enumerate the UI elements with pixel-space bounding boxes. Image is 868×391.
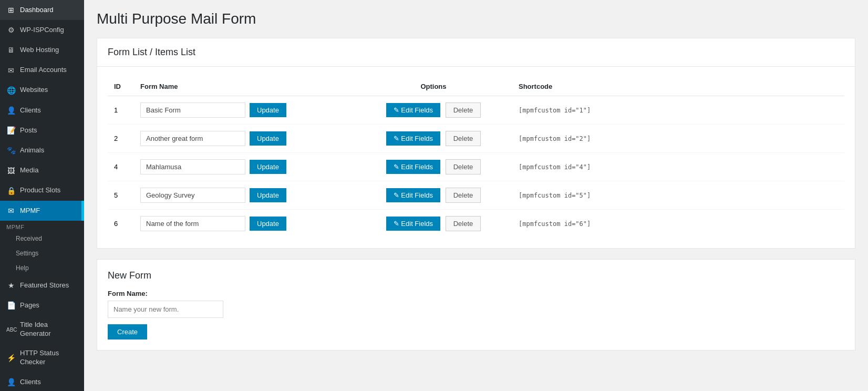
col-header-options: Options xyxy=(355,77,512,96)
cell-options-4: ✎ Edit Fields Delete xyxy=(355,153,512,181)
cell-id-2: 2 xyxy=(108,125,134,153)
update-button-4[interactable]: Update xyxy=(250,160,286,174)
sidebar-item-wp-ispconfig[interactable]: ⚙ WP-ISPConfig xyxy=(0,20,84,40)
cell-id-6: 6 xyxy=(108,210,134,238)
sidebar-item-mpmf[interactable]: ✉ MPMF xyxy=(0,201,84,221)
table-row: 4 Update ✎ Edit Fields Delete [mpmfcusto… xyxy=(108,153,844,181)
websites-icon: 🌐 xyxy=(6,86,16,95)
media-icon: 🖼 xyxy=(6,166,16,176)
pages-icon: 📄 xyxy=(6,301,16,310)
wpispconfig-icon: ⚙ xyxy=(6,25,16,35)
form-name-input-6[interactable] xyxy=(140,216,245,231)
form-list-title: Form List / Items List xyxy=(97,38,855,67)
sidebar-item-title-idea-generator[interactable]: ABC Title Idea Generator xyxy=(0,315,84,344)
update-button-1[interactable]: Update xyxy=(250,103,286,117)
edit-fields-button-5[interactable]: ✎ Edit Fields xyxy=(386,188,440,202)
new-form-name-input[interactable] xyxy=(108,301,223,318)
shortcode-text-1: [mpmfcustom id="1"] xyxy=(519,107,591,114)
sidebar-item-email-accounts[interactable]: ✉ Email Accounts xyxy=(0,60,84,80)
form-name-input-4[interactable] xyxy=(140,159,245,174)
edit-fields-button-2[interactable]: ✎ Edit Fields xyxy=(386,131,440,146)
cell-id-5: 5 xyxy=(108,181,134,210)
cell-id-1: 1 xyxy=(108,96,134,125)
sidebar-item-featured-stores[interactable]: ★ Featured Stores xyxy=(0,275,84,295)
shortcode-text-2: [mpmfcustom id="2"] xyxy=(519,135,591,142)
table-row: 6 Update ✎ Edit Fields Delete [mpmfcusto… xyxy=(108,210,844,238)
create-form-button[interactable]: Create xyxy=(108,324,147,339)
cell-name-5: Update xyxy=(134,181,355,210)
sidebar-item-dashboard[interactable]: ⊞ Dashboard xyxy=(0,0,84,20)
cell-shortcode-5: [mpmfcustom id="5"] xyxy=(512,181,844,210)
sidebar-sub-item-received[interactable]: Received xyxy=(0,231,84,246)
clients2-icon: 👤 xyxy=(6,377,16,387)
sidebar-item-http-status-checker[interactable]: ⚡ HTTP Status Checker xyxy=(0,344,84,372)
sidebar-sub-item-help[interactable]: Help xyxy=(0,261,84,275)
table-row: 5 Update ✎ Edit Fields Delete [mpmfcusto… xyxy=(108,181,844,210)
cell-options-6: ✎ Edit Fields Delete xyxy=(355,210,512,238)
delete-button-2[interactable]: Delete xyxy=(446,131,481,146)
sidebar-item-media[interactable]: 🖼 Media xyxy=(0,161,84,181)
dashboard-icon: ⊞ xyxy=(6,5,16,15)
cell-shortcode-2: [mpmfcustom id="2"] xyxy=(512,125,844,153)
new-form-section: New Form Form Name: Create xyxy=(97,259,855,351)
delete-button-4[interactable]: Delete xyxy=(446,159,481,174)
new-form-title: New Form xyxy=(108,270,844,281)
cell-name-4: Update xyxy=(134,153,355,181)
delete-button-6[interactable]: Delete xyxy=(446,216,481,231)
cell-shortcode-4: [mpmfcustom id="4"] xyxy=(512,153,844,181)
table-header-row: ID Form Name Options Shortcode xyxy=(108,77,844,96)
product-slots-icon: 🔒 xyxy=(6,186,16,196)
update-button-6[interactable]: Update xyxy=(250,217,286,231)
sidebar-item-clients2[interactable]: 👤 Clients xyxy=(0,372,84,391)
cell-shortcode-1: [mpmfcustom id="1"] xyxy=(512,96,844,125)
shortcode-text-6: [mpmfcustom id="6"] xyxy=(519,220,591,228)
webhosting-icon: 🖥 xyxy=(6,45,16,55)
sidebar-item-animals[interactable]: 🐾 Animals xyxy=(0,140,84,160)
col-header-shortcode: Shortcode xyxy=(512,77,844,96)
form-table: ID Form Name Options Shortcode 1 Update … xyxy=(108,77,844,238)
featured-stores-icon: ★ xyxy=(6,281,16,290)
cell-name-6: Update xyxy=(134,210,355,238)
form-list-section: Form List / Items List ID Form Name Opti… xyxy=(97,38,855,249)
shortcode-text-4: [mpmfcustom id="4"] xyxy=(519,163,591,171)
cell-id-4: 4 xyxy=(108,153,134,181)
delete-button-5[interactable]: Delete xyxy=(446,188,481,203)
http-status-icon: ⚡ xyxy=(6,353,16,363)
form-name-input-2[interactable] xyxy=(140,131,245,146)
cell-options-5: ✎ Edit Fields Delete xyxy=(355,181,512,210)
sidebar-item-product-slots[interactable]: 🔒 Product Slots xyxy=(0,181,84,201)
sidebar-item-websites[interactable]: 🌐 Websites xyxy=(0,80,84,100)
delete-button-1[interactable]: Delete xyxy=(446,102,481,118)
cell-options-1: ✎ Edit Fields Delete xyxy=(355,96,512,125)
edit-fields-button-6[interactable]: ✎ Edit Fields xyxy=(386,217,440,231)
active-indicator xyxy=(81,201,84,221)
mpmf-icon: ✉ xyxy=(6,206,16,215)
title-idea-icon: ABC xyxy=(6,326,16,333)
posts-icon: 📝 xyxy=(6,126,16,135)
cell-options-2: ✎ Edit Fields Delete xyxy=(355,125,512,153)
main-content: Multi Purpose Mail Form Form List / Item… xyxy=(84,0,868,391)
edit-fields-button-4[interactable]: ✎ Edit Fields xyxy=(386,160,440,174)
cell-shortcode-6: [mpmfcustom id="6"] xyxy=(512,210,844,238)
sidebar: ⊞ Dashboard ⚙ WP-ISPConfig 🖥 Web Hosting… xyxy=(0,0,84,391)
update-button-2[interactable]: Update xyxy=(250,131,286,146)
form-name-input-1[interactable] xyxy=(140,102,245,118)
form-name-input-5[interactable] xyxy=(140,188,245,203)
update-button-5[interactable]: Update xyxy=(250,188,286,202)
col-header-id: ID xyxy=(108,77,134,96)
sidebar-item-clients[interactable]: 👤 Clients xyxy=(0,100,84,120)
shortcode-text-5: [mpmfcustom id="5"] xyxy=(519,192,591,199)
form-name-label: Form Name: xyxy=(108,290,844,297)
email-icon: ✉ xyxy=(6,66,16,75)
sidebar-item-web-hosting[interactable]: 🖥 Web Hosting xyxy=(0,40,84,60)
table-row: 2 Update ✎ Edit Fields Delete [mpmfcusto… xyxy=(108,125,844,153)
edit-fields-button-1[interactable]: ✎ Edit Fields xyxy=(386,103,440,117)
animals-icon: 🐾 xyxy=(6,146,16,155)
clients-icon: 👤 xyxy=(6,106,16,115)
page-title: Multi Purpose Mail Form xyxy=(97,11,855,27)
col-header-name: Form Name xyxy=(134,77,355,96)
cell-name-1: Update xyxy=(134,96,355,125)
sidebar-item-pages[interactable]: 📄 Pages xyxy=(0,295,84,315)
sidebar-sub-item-settings[interactable]: Settings xyxy=(0,246,84,261)
sidebar-item-posts[interactable]: 📝 Posts xyxy=(0,120,84,140)
